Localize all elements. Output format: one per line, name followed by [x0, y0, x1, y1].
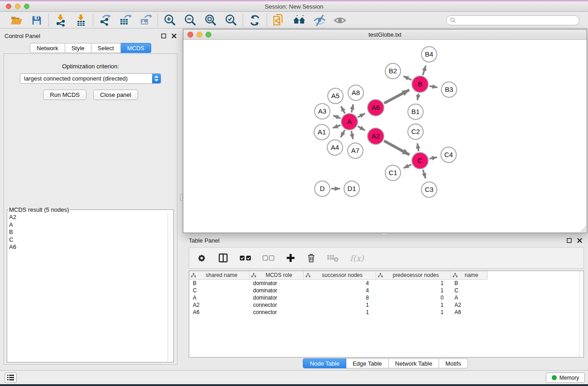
network-window-titlebar[interactable]: testGlobe.txt [183, 29, 587, 40]
open-file-icon[interactable] [9, 14, 24, 27]
graph-edge-C-C1[interactable] [404, 165, 411, 168]
graph-node-A5[interactable]: A5 [328, 88, 343, 104]
table-cell[interactable]: A [189, 294, 249, 301]
graph-node-B[interactable]: B [412, 76, 428, 92]
network-zoom-icon[interactable] [206, 32, 211, 38]
column-header-shared-name[interactable]: shared name [189, 271, 249, 280]
network-close-icon[interactable] [187, 32, 193, 38]
table-cell[interactable]: 1 [304, 309, 376, 316]
close-panel-icon[interactable] [577, 238, 582, 243]
graph-node-A1[interactable]: A1 [314, 124, 330, 140]
graph-edge-C-C4[interactable] [430, 157, 437, 159]
first-neighbors-icon[interactable] [292, 14, 306, 27]
graph-node-C2[interactable]: C2 [408, 124, 423, 139]
tab-edge-table[interactable]: Edge Table [346, 358, 389, 368]
graph-node-A2[interactable]: A2 [368, 128, 384, 144]
export-network-icon[interactable] [98, 14, 112, 27]
table-cell[interactable]: dominator [249, 294, 304, 301]
export-table-icon[interactable] [118, 14, 133, 27]
export-image-icon[interactable] [139, 14, 153, 27]
graph-node-A[interactable]: A [341, 114, 358, 130]
graph-node-A8[interactable]: A8 [348, 85, 363, 100]
tab-network[interactable]: Network [30, 43, 65, 53]
graph-node-D[interactable]: D [315, 181, 330, 196]
graph-node-A4[interactable]: A4 [327, 140, 343, 155]
function-builder-icon[interactable]: f(x) [350, 253, 364, 263]
graph-edge-B-B2[interactable] [403, 76, 411, 80]
delete-table-icon[interactable] [327, 254, 339, 262]
deselect-all-checkboxes-icon[interactable] [263, 255, 275, 261]
table-cell[interactable]: A [451, 294, 488, 301]
tab-network-table[interactable]: Network Table [389, 358, 439, 368]
table-cell[interactable]: 1 [376, 280, 451, 287]
table-cell[interactable]: C [189, 287, 249, 294]
graph-node-C1[interactable]: C1 [385, 165, 401, 181]
table-cell[interactable]: 1 [304, 301, 376, 309]
column-header-predecessor-nodes[interactable]: predecessor nodes [376, 271, 451, 280]
column-header-MCDS-role[interactable]: MCDS role [249, 271, 304, 280]
tab-style[interactable]: Style [65, 43, 91, 53]
table-scrollbar[interactable] [579, 271, 583, 357]
delete-columns-trash-icon[interactable] [306, 253, 316, 263]
tab-select[interactable]: Select [91, 43, 121, 53]
table-row[interactable]: A2connector11A2 [189, 301, 583, 309]
graph-edge-A-A5[interactable] [341, 106, 345, 114]
graph-node-C[interactable]: C [412, 152, 428, 169]
import-network-icon[interactable] [53, 14, 68, 27]
table-cell[interactable]: connector [249, 301, 304, 309]
graph-edge-B-B4[interactable] [423, 66, 425, 75]
select-all-checkboxes-icon[interactable] [239, 255, 252, 261]
result-list-item[interactable]: C [9, 236, 172, 244]
minimize-window-icon[interactable] [15, 4, 20, 9]
optimization-criterion-select[interactable]: largest connected component (directed) [20, 73, 161, 84]
add-column-icon[interactable] [286, 253, 296, 263]
graph-edge-C-C3[interactable] [423, 170, 425, 178]
task-history-button[interactable] [5, 372, 17, 383]
refresh-view-icon[interactable] [248, 14, 262, 27]
hide-selected-icon[interactable] [312, 14, 327, 27]
network-minimize-icon[interactable] [196, 32, 202, 38]
table-cell[interactable]: 1 [376, 301, 451, 309]
table-cell[interactable]: 0 [376, 294, 451, 301]
table-cell[interactable]: A6 [451, 309, 488, 316]
graph-node-B1[interactable]: B1 [408, 104, 423, 119]
table-settings-gear-icon[interactable] [196, 253, 207, 263]
table-cell[interactable]: 8 [304, 294, 376, 301]
graph-edge-A-A4[interactable] [341, 130, 345, 137]
column-header-successor-nodes[interactable]: successor nodes [304, 271, 376, 280]
network-canvas[interactable]: B4B2BB3A8A5A6A3B1AC2A1A2A4A7C4CC1DD1C3 [183, 40, 587, 233]
graph-node-B2[interactable]: B2 [385, 63, 401, 79]
new-network-from-selection-icon[interactable] [272, 14, 286, 27]
table-cell[interactable]: B [451, 280, 488, 287]
table-cell[interactable]: 4 [304, 287, 376, 294]
graph-edge-A-A7[interactable] [351, 131, 353, 139]
zoom-window-icon[interactable] [24, 4, 29, 9]
window-resize-grip[interactable] [580, 226, 586, 232]
show-all-eye-icon[interactable] [333, 14, 347, 27]
table-cell[interactable]: A2 [451, 301, 488, 309]
column-header-name[interactable]: name [451, 271, 488, 280]
graph-node-A3[interactable]: A3 [315, 104, 330, 119]
zoom-fit-icon[interactable] [203, 14, 218, 27]
graph-node-C4[interactable]: C4 [441, 147, 456, 162]
table-cell[interactable]: B [189, 280, 249, 287]
graph-node-B3[interactable]: B3 [441, 82, 457, 97]
graph-edge-A6-B[interactable] [384, 90, 410, 104]
zoom-selected-icon[interactable] [224, 14, 238, 27]
graph-edge-A-A2[interactable] [358, 126, 365, 130]
table-row[interactable]: Adominator80A [189, 294, 583, 301]
graph-edge-A-A1[interactable] [333, 125, 340, 128]
float-panel-icon[interactable] [567, 238, 572, 243]
float-panel-icon[interactable] [161, 33, 166, 38]
close-window-icon[interactable] [6, 4, 11, 9]
graph-node-C3[interactable]: C3 [421, 182, 437, 197]
graph-edge-A-A6[interactable] [358, 114, 365, 117]
save-session-icon[interactable] [29, 14, 44, 27]
result-list-item[interactable]: A6 [9, 243, 172, 251]
graph-node-B4[interactable]: B4 [421, 47, 437, 62]
table-row[interactable]: Bdominator41B [189, 280, 583, 287]
tab-motifs[interactable]: Motifs [439, 358, 468, 368]
table-cell[interactable]: connector [249, 309, 304, 316]
tab-node-table[interactable]: Node Table [303, 358, 346, 368]
graph-edge-A-A8[interactable] [352, 104, 354, 112]
